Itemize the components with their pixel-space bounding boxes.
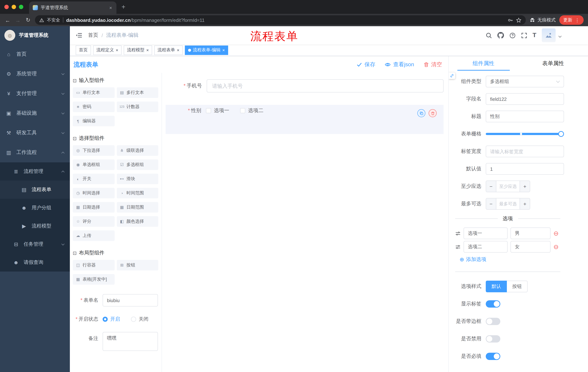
canvas-field-gender-selected[interactable]: 性别 选项一 选项二 <box>166 105 443 134</box>
drag-handle-icon[interactable] <box>455 231 461 236</box>
palette-item-dropdown[interactable]: ◎下拉选择 <box>73 145 115 156</box>
copy-field-button[interactable] <box>417 109 425 117</box>
link-icon[interactable] <box>449 73 455 79</box>
palette-item-counter[interactable]: 123计数器 <box>117 102 158 112</box>
grid-slider[interactable] <box>486 128 564 140</box>
sidebar-item-leave-query[interactable]: ☻ 请假查询 <box>0 253 70 272</box>
form-remark-textarea[interactable] <box>103 332 158 351</box>
title-input[interactable] <box>486 111 564 122</box>
window-close-button[interactable] <box>4 5 9 9</box>
palette-item-table[interactable]: ▦表格[开发中] <box>73 274 115 285</box>
hamburger-icon[interactable] <box>76 32 82 39</box>
palette-item-date-range[interactable]: ▦日期范围 <box>117 202 158 213</box>
tag-close-icon[interactable]: × <box>222 48 225 52</box>
label-width-input[interactable] <box>486 146 564 157</box>
sidebar-item-process-form[interactable]: ▤ 流程表单 <box>0 181 70 199</box>
palette-item-row-container[interactable]: ◫行容器 <box>73 260 115 270</box>
tag-home[interactable]: 首页 <box>76 45 91 55</box>
palette-item-password[interactable]: ∗密码 <box>73 102 115 112</box>
slider-track[interactable] <box>486 133 561 135</box>
fullscreen-icon[interactable] <box>521 32 527 38</box>
field-name-input[interactable] <box>486 93 564 105</box>
radio-open[interactable]: 开启 <box>103 316 120 322</box>
browser-update-button[interactable]: 更新 ⋮ <box>559 15 584 25</box>
palette-item-cascader[interactable]: ⋔级联选择 <box>117 145 158 156</box>
tab-close-icon[interactable]: × <box>109 5 113 10</box>
increase-button[interactable]: + <box>520 198 530 209</box>
new-tab-button[interactable]: + <box>122 0 125 14</box>
border-toggle[interactable] <box>486 318 500 325</box>
palette-item-checkbox-group[interactable]: ☑多选框组 <box>117 159 158 170</box>
back-icon[interactable]: ← <box>4 17 11 23</box>
browser-menu-dots-icon[interactable]: ⋮ <box>575 17 580 23</box>
decrease-button[interactable]: − <box>486 181 496 192</box>
palette-item-time-picker[interactable]: ◷时间选择 <box>73 188 115 198</box>
sidebar-item-devtools[interactable]: ⚒ 研发工具 <box>0 123 70 143</box>
decrease-button[interactable]: − <box>486 198 496 209</box>
checkbox-option-2[interactable]: 选项二 <box>240 107 263 114</box>
show-label-toggle[interactable] <box>486 300 500 308</box>
save-button[interactable]: 保存 <box>357 61 375 68</box>
password-key-icon[interactable] <box>508 17 513 23</box>
delete-field-button[interactable] <box>429 109 437 117</box>
palette-item-upload[interactable]: ☁上传 <box>73 230 115 241</box>
palette-item-radio-group[interactable]: ◉单选框组 <box>73 159 115 170</box>
palette-item-switch[interactable]: ◐开关 <box>73 174 115 184</box>
component-type-select[interactable]: 多选框组 <box>486 76 564 87</box>
palette-item-rate[interactable]: ☆评分 <box>73 216 115 227</box>
option-value-input[interactable] <box>511 241 551 253</box>
search-icon[interactable] <box>486 32 492 38</box>
sidebar-item-task-management[interactable]: ⊟ 任务管理 <box>0 235 70 253</box>
style-button-button[interactable]: 按钮 <box>507 281 528 292</box>
window-zoom-button[interactable] <box>19 5 23 9</box>
style-default-button[interactable]: 默认 <box>486 281 507 292</box>
sidebar-item-system[interactable]: ⚙ 系统管理 <box>0 64 70 84</box>
palette-item-single-line-text[interactable]: ▭单行文本 <box>73 87 115 98</box>
breadcrumb-home[interactable]: 首页 <box>88 32 98 39</box>
bookmark-star-icon[interactable] <box>516 17 521 23</box>
sidebar-item-user-groups[interactable]: ☻ 用户分组 <box>0 199 70 217</box>
form-name-input[interactable] <box>103 294 158 307</box>
palette-item-editor[interactable]: ¶编辑器 <box>73 116 115 126</box>
disabled-toggle[interactable] <box>486 335 500 342</box>
required-toggle[interactable] <box>486 353 500 360</box>
font-size-icon[interactable]: T <box>533 32 536 39</box>
option-label-input[interactable] <box>463 241 508 253</box>
default-value-input[interactable] <box>486 163 564 175</box>
address-bar[interactable]: 不安全 dashboard.yudao.iocoder.cn/bpm/manag… <box>35 15 526 25</box>
drag-handle-icon[interactable] <box>455 244 461 250</box>
sidebar-item-home[interactable]: ⌂ 首页 <box>0 44 70 64</box>
palette-item-time-range[interactable]: ◔时间范围 <box>117 188 158 198</box>
radio-closed[interactable]: 关闭 <box>131 316 148 322</box>
palette-item-date-picker[interactable]: ▦日期选择 <box>73 202 115 213</box>
min-select-value[interactable]: 至少应选 <box>496 181 520 192</box>
increase-button[interactable]: + <box>520 181 530 192</box>
palette-item-slider[interactable]: ⊷滑块 <box>117 174 158 184</box>
tag-close-icon[interactable]: × <box>146 48 149 52</box>
palette-item-color-picker[interactable]: ◧颜色选择 <box>117 216 158 227</box>
form-canvas[interactable]: 手机号 性别 <box>162 73 448 372</box>
sidebar-item-process-model[interactable]: ▶ 流程模型 <box>0 217 70 235</box>
avatar[interactable] <box>542 28 556 42</box>
clear-button[interactable]: 清空 <box>423 61 442 68</box>
max-select-value[interactable]: 最多可选 <box>496 198 520 209</box>
slider-handle[interactable] <box>558 131 564 137</box>
option-value-input[interactable] <box>511 227 551 239</box>
palette-item-button[interactable]: ⊞按钮 <box>117 260 158 270</box>
tag-process-model[interactable]: 流程模型 × <box>124 45 152 55</box>
tab-component-props[interactable]: 组件属性 <box>449 56 518 71</box>
window-minimize-button[interactable] <box>12 5 16 9</box>
tag-process-form-edit[interactable]: 流程表单-编辑 × <box>185 45 228 55</box>
tag-process-form[interactable]: 流程表单 × <box>154 45 183 55</box>
view-json-button[interactable]: 查看json <box>385 61 414 68</box>
github-icon[interactable] <box>497 32 504 39</box>
help-icon[interactable] <box>509 32 515 38</box>
remove-option-icon[interactable]: ⊖ <box>553 230 559 236</box>
tag-close-icon[interactable]: × <box>116 48 118 52</box>
canvas-field-phone[interactable]: 手机号 <box>166 79 443 93</box>
sidebar-item-infrastructure[interactable]: ▣ 基础设施 <box>0 103 70 123</box>
tab-form-props[interactable]: 表单属性 <box>518 56 588 71</box>
sidebar-item-process-management[interactable]: ≣ 流程管理 <box>0 162 70 181</box>
option-label-input[interactable] <box>463 227 508 239</box>
add-option-button[interactable]: ⊕ 添加选项 <box>460 256 588 263</box>
